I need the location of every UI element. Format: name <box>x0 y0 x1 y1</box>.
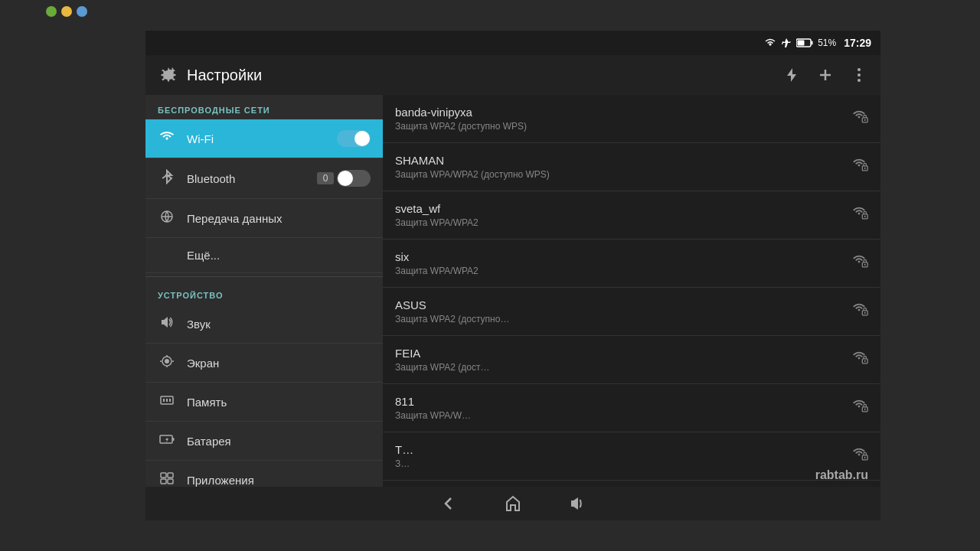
sidebar-item-data[interactable]: Передача данных <box>145 199 383 238</box>
sidebar-item-sound[interactable]: Звук <box>145 305 383 344</box>
wc-dot-green[interactable] <box>46 6 57 17</box>
tablet-frame: 51% 17:29 Настройки <box>0 0 980 551</box>
wifi-network-security: Защита WPA/WPA2 <box>395 217 850 228</box>
volume-button[interactable] <box>568 494 586 513</box>
data-label: Передача данных <box>187 212 371 225</box>
battery-label: Батарея <box>187 435 371 448</box>
wifi-network-item[interactable]: banda-vinipyxaЗащита WPA2 (доступно WPS) <box>383 95 880 143</box>
wifi-network-info: FEIAЗащита WPA2 (дост… <box>395 347 850 373</box>
wifi-network-info: Т…З… <box>395 443 850 469</box>
wifi-network-list: banda-vinipyxaЗащита WPA2 (доступно WPS)… <box>383 95 880 487</box>
sidebar-item-apps[interactable]: Приложения <box>145 461 383 487</box>
svg-rect-18 <box>161 479 166 484</box>
wifi-network-info: SHAMANЗащита WPA/WPA2 (доступно WPS) <box>395 154 850 180</box>
bluetooth-toggle[interactable]: 0 <box>317 170 371 187</box>
sidebar-item-more[interactable]: Ещё... <box>145 238 383 273</box>
wifi-toggle-track[interactable] <box>337 130 371 147</box>
main-content: БЕСПРОВОДНЫЕ СЕТИ Wi-Fi <box>145 95 880 487</box>
wifi-network-item[interactable]: FEIAЗащита WPA2 (дост… <box>383 336 880 384</box>
bottom-bar <box>145 487 880 520</box>
watermark: rabtab.ru <box>815 468 868 482</box>
bluetooth-toggle-thumb <box>338 171 353 186</box>
wifi-network-name: FEIA <box>395 347 850 360</box>
wc-dot-yellow[interactable] <box>61 6 72 17</box>
wifi-network-info: ASUSЗащита WPA2 (доступно… <box>395 298 850 324</box>
wifi-network-security: Защита WPA2 (дост… <box>395 362 850 373</box>
wifi-signal-icon <box>850 445 868 467</box>
svg-rect-16 <box>161 473 166 478</box>
wifi-network-name: SHAMAN <box>395 154 850 167</box>
wifi-network-name: banda-vinipyxa <box>395 106 850 119</box>
svg-point-9 <box>165 359 169 364</box>
svg-point-26 <box>864 168 866 169</box>
svg-rect-12 <box>166 399 168 402</box>
sidebar-item-bluetooth[interactable]: Bluetooth 0 <box>145 158 383 199</box>
display-sidebar-icon <box>158 354 176 371</box>
sidebar: БЕСПРОВОДНЫЕ СЕТИ Wi-Fi <box>145 95 383 487</box>
time-display: 17:29 <box>844 37 871 49</box>
page-title: Настройки <box>187 67 262 84</box>
sound-sidebar-icon <box>158 315 176 332</box>
sidebar-item-memory[interactable]: Память <box>145 383 383 422</box>
bluetooth-toggle-track[interactable] <box>337 170 371 187</box>
sidebar-item-wifi[interactable]: Wi-Fi <box>145 119 383 158</box>
svg-point-28 <box>864 216 866 217</box>
svg-rect-11 <box>163 399 165 402</box>
settings-gear-icon <box>158 64 179 86</box>
wifi-network-item[interactable]: Т…З… <box>383 432 880 481</box>
action-bar-title-area: Настройки <box>158 64 782 86</box>
svg-rect-15 <box>172 438 175 441</box>
wifi-signal-icon <box>850 301 868 322</box>
more-icon[interactable] <box>850 66 868 84</box>
wifi-toggle[interactable] <box>337 130 371 147</box>
sidebar-item-display[interactable]: Экран <box>145 344 383 383</box>
svg-point-38 <box>864 457 866 458</box>
svg-rect-13 <box>169 399 171 402</box>
wc-dot-blue[interactable] <box>77 6 87 17</box>
svg-point-34 <box>864 360 866 362</box>
status-bar-icons: 51% 17:29 <box>764 37 871 49</box>
wifi-network-item[interactable]: SHAMANЗащита WPA/WPA2 (доступно WPS) <box>383 143 880 191</box>
wifi-signal-icon <box>850 397 868 419</box>
add-icon[interactable] <box>816 66 835 84</box>
bolt-icon[interactable] <box>782 66 801 84</box>
wifi-network-item[interactable]: sveta_wfЗащита WPA/WPA2 <box>383 191 880 240</box>
wifi-network-name: 811 <box>395 395 850 408</box>
wifi-network-item[interactable]: sixЗащита WPA/WPA2 <box>383 240 880 288</box>
wifi-network-security: Защита WPA2 (доступно… <box>395 314 850 324</box>
svg-point-24 <box>864 119 866 121</box>
airplane-status-icon <box>781 37 792 48</box>
action-bar: Настройки <box>145 55 880 95</box>
section-header-device: УСТРОЙСТВО <box>145 280 383 305</box>
wifi-network-security: Защита WPA/WPA2 (доступно WPS) <box>395 169 850 180</box>
memory-sidebar-icon <box>158 393 176 410</box>
svg-rect-1 <box>812 41 813 45</box>
wifi-sidebar-icon <box>158 131 176 146</box>
wifi-network-name: Т… <box>395 443 850 456</box>
back-button[interactable] <box>439 494 458 513</box>
wifi-signal-icon <box>850 253 868 274</box>
home-button[interactable] <box>504 494 522 513</box>
sidebar-item-battery[interactable]: Батарея <box>145 422 383 461</box>
wifi-network-security: З… <box>395 458 850 469</box>
battery-sidebar-icon <box>158 432 176 449</box>
wifi-network-name: six <box>395 250 850 263</box>
wifi-network-info: sveta_wfЗащита WPA/WPA2 <box>395 202 850 228</box>
svg-point-6 <box>858 79 861 82</box>
wifi-signal-icon <box>850 156 868 178</box>
wifi-signal-icon <box>850 204 868 226</box>
status-bar: 51% 17:29 <box>145 31 880 55</box>
bluetooth-sidebar-icon <box>158 169 176 187</box>
display-label: Экран <box>187 357 371 370</box>
wifi-network-name: sveta_wf <box>395 202 850 215</box>
memory-label: Память <box>187 396 371 409</box>
wifi-network-security: Защита WPA/W… <box>395 410 850 421</box>
wifi-network-item[interactable]: 811Защита WPA/W… <box>383 384 880 432</box>
wifi-network-security: Защита WPA/WPA2 <box>395 266 850 276</box>
more-label: Ещё... <box>187 249 371 262</box>
wifi-network-item[interactable]: ASUSЗащита WPA2 (доступно… <box>383 288 880 336</box>
data-sidebar-icon <box>158 210 176 227</box>
wifi-network-security: Защита WPA2 (доступно WPS) <box>395 121 850 132</box>
wifi-toggle-thumb <box>354 131 370 146</box>
battery-percent: 51% <box>818 37 836 48</box>
